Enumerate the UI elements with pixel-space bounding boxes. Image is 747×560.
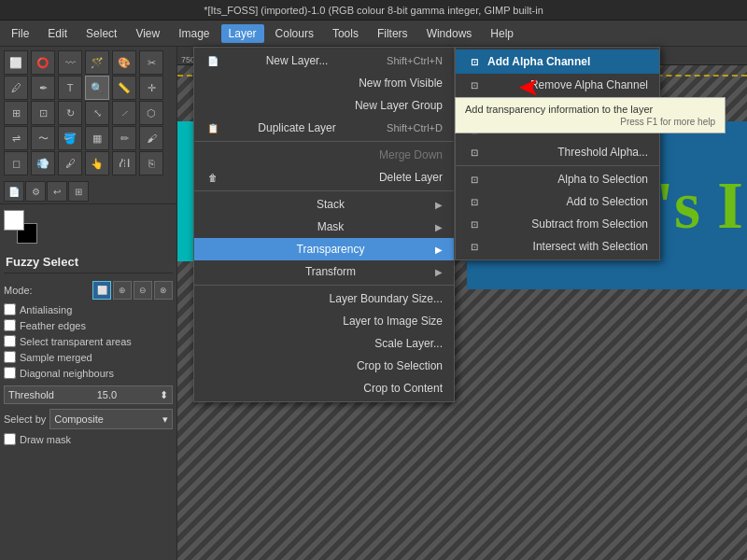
menu-image[interactable]: Image bbox=[171, 24, 217, 43]
alpha-to-selection[interactable]: ⊡ Alpha to Selection bbox=[456, 168, 659, 190]
tool-scale[interactable]: ⤡ bbox=[85, 101, 109, 125]
tool-blend[interactable]: ▦ bbox=[85, 126, 109, 150]
add-to-selection[interactable]: ⊡ Add to Selection bbox=[456, 190, 659, 213]
tool-paintbrush[interactable]: 🖌 bbox=[139, 126, 163, 150]
threshold-alpha[interactable]: ⊡ Threshold Alpha... bbox=[456, 141, 659, 163]
layer-mask[interactable]: Mask ▶ bbox=[194, 216, 454, 238]
layer-crop-selection[interactable]: Crop to Selection bbox=[194, 355, 454, 377]
select-by-value: Composite bbox=[54, 413, 104, 425]
extra-icon[interactable]: ⊞ bbox=[68, 181, 89, 202]
mode-add[interactable]: ⊕ bbox=[113, 281, 132, 300]
threshold-spinner-icon[interactable]: ⬍ bbox=[160, 389, 168, 401]
layer-transform-label: Transform bbox=[305, 265, 356, 278]
select-by-dropdown[interactable]: Composite ▾ bbox=[49, 409, 173, 429]
tool-zoom[interactable]: 🔍 bbox=[85, 76, 109, 100]
layer-to-image-size[interactable]: Layer to Image Size bbox=[194, 310, 454, 332]
layer-merge-down[interactable]: Merge Down bbox=[194, 144, 454, 166]
layer-transform-icon bbox=[205, 264, 220, 279]
menu-tools[interactable]: Tools bbox=[325, 24, 366, 43]
menu-windows[interactable]: Windows bbox=[419, 24, 480, 43]
diagonal-neighbours-checkbox[interactable] bbox=[4, 367, 16, 379]
layer-delete[interactable]: 🗑 Delete Layer bbox=[194, 166, 454, 189]
tool-flip[interactable]: ⇌ bbox=[4, 126, 28, 150]
menu-help[interactable]: Help bbox=[483, 24, 521, 43]
tool-color-select[interactable]: 🎨 bbox=[112, 50, 136, 75]
tool-text[interactable]: T bbox=[58, 76, 82, 100]
tool-ink[interactable]: 🖋 bbox=[58, 151, 82, 175]
layer-delete-icon: 🗑 bbox=[205, 170, 220, 185]
feather-edges-checkbox[interactable] bbox=[4, 319, 16, 331]
layer-new-from-visible[interactable]: New from Visible bbox=[194, 72, 454, 94]
tool-measure[interactable]: 📏 bbox=[112, 76, 136, 100]
threshold-input[interactable]: Threshold 15.0 ⬍ bbox=[4, 385, 173, 404]
layer-new-group[interactable]: New Layer Group bbox=[194, 94, 454, 117]
add-alpha-channel-entry[interactable]: ⊡ Add Alpha Channel bbox=[456, 49, 659, 74]
layer-boundary-size-label: Layer Boundary Size... bbox=[330, 292, 443, 305]
menu-filters[interactable]: Filters bbox=[370, 24, 416, 43]
tool-rect-select[interactable]: ⬜ bbox=[4, 50, 28, 75]
tool-crop[interactable]: ⊡ bbox=[31, 101, 55, 125]
layer-menu-section-1: 📄 New Layer... Shift+Ctrl+N New from Vis… bbox=[194, 48, 454, 142]
tool-heal[interactable]: ⛙ bbox=[112, 151, 136, 175]
tool-bucket[interactable]: 🪣 bbox=[58, 126, 82, 150]
tool-warp[interactable]: 〜 bbox=[31, 126, 55, 150]
layer-transparency[interactable]: Transparency ▶ bbox=[194, 238, 454, 260]
transparency-submenu-section-2: ⊡ Alpha to Selection ⊡ Add to Selection … bbox=[456, 166, 659, 259]
tool-scissors[interactable]: ✂ bbox=[139, 50, 163, 75]
layer-transform[interactable]: Transform ▶ bbox=[194, 260, 454, 283]
layer-boundary-size[interactable]: Layer Boundary Size... bbox=[194, 287, 454, 310]
remove-alpha-channel[interactable]: ⊡ Remove Alpha Channel bbox=[456, 74, 659, 96]
new-layer-icon[interactable]: 📄 bbox=[4, 181, 24, 202]
layer-scale[interactable]: Scale Layer... bbox=[194, 332, 454, 355]
undo-icon[interactable]: ↩ bbox=[47, 181, 67, 202]
threshold-row: Threshold 15.0 ⬍ bbox=[4, 381, 173, 407]
tool-options-panel: Fuzzy Select Mode: ⬜ ⊕ ⊖ ⊗ Antialiasing bbox=[0, 247, 176, 560]
mode-subtract[interactable]: ⊖ bbox=[134, 281, 152, 300]
intersect-with-selection[interactable]: ⊡ Intersect with Selection bbox=[456, 235, 659, 258]
fg-bg-colors[interactable] bbox=[4, 210, 37, 244]
add-alpha-label: Add Alpha Channel bbox=[487, 55, 590, 68]
tool-smudge[interactable]: 👆 bbox=[85, 151, 109, 175]
tool-airbrush[interactable]: 💨 bbox=[31, 151, 55, 175]
mode-intersect[interactable]: ⊗ bbox=[154, 281, 173, 300]
tool-paths[interactable]: ✒ bbox=[31, 76, 55, 100]
menu-file[interactable]: File bbox=[4, 24, 36, 43]
layer-duplicate[interactable]: 📋 Duplicate Layer Shift+Ctrl+D bbox=[194, 117, 454, 139]
mode-replace[interactable]: ⬜ bbox=[92, 281, 111, 300]
tool-ellipse-select[interactable]: ⭕ bbox=[31, 50, 55, 75]
tool-rotate[interactable]: ↻ bbox=[58, 101, 82, 125]
layer-new[interactable]: 📄 New Layer... Shift+Ctrl+N bbox=[194, 49, 454, 72]
layer-menu-section-2: Merge Down 🗑 Delete Layer bbox=[194, 142, 454, 191]
layer-mask-arrow: ▶ bbox=[435, 222, 443, 232]
menu-edit[interactable]: Edit bbox=[40, 24, 75, 43]
select-transparent-checkbox[interactable] bbox=[4, 335, 16, 347]
tool-perspective[interactable]: ⬡ bbox=[139, 101, 163, 125]
menu-layer[interactable]: Layer bbox=[221, 24, 264, 43]
mode-row: Mode: ⬜ ⊕ ⊖ ⊗ bbox=[4, 279, 173, 301]
subtract-from-sel-icon: ⊡ bbox=[467, 217, 482, 231]
subtract-from-selection[interactable]: ⊡ Subtract from Selection bbox=[456, 213, 659, 235]
layer-crop-content[interactable]: Crop to Content bbox=[194, 377, 454, 399]
antialiasing-checkbox[interactable] bbox=[4, 303, 16, 315]
tool-fuzzy-select[interactable]: 🪄 bbox=[85, 50, 109, 75]
layer-mask-label: Mask bbox=[317, 220, 345, 233]
layer-stack-label: Stack bbox=[317, 198, 345, 211]
tool-pencil[interactable]: ✏ bbox=[112, 126, 136, 150]
tool-move[interactable]: ✛ bbox=[139, 76, 163, 100]
layer-stack[interactable]: Stack ▶ bbox=[194, 193, 454, 216]
layer-new-group-icon bbox=[205, 98, 220, 113]
tool-shear[interactable]: ⟋ bbox=[112, 101, 136, 125]
menu-colours[interactable]: Colours bbox=[268, 24, 321, 43]
sample-merged-checkbox[interactable] bbox=[4, 351, 16, 363]
layer-transparency-arrow: ▶ bbox=[435, 245, 443, 255]
tool-eraser[interactable]: ◻ bbox=[4, 151, 28, 175]
options-icon[interactable]: ⚙ bbox=[25, 181, 46, 202]
layer-delete-label: Delete Layer bbox=[379, 171, 443, 184]
tool-free-select[interactable]: 〰 bbox=[58, 50, 82, 75]
tool-foreground-select[interactable]: 🖊 bbox=[4, 76, 28, 100]
draw-mask-checkbox[interactable] bbox=[4, 433, 16, 445]
menu-select[interactable]: Select bbox=[78, 24, 124, 43]
tool-clone[interactable]: ⎘ bbox=[139, 151, 163, 175]
menu-view[interactable]: View bbox=[128, 24, 167, 43]
tool-align[interactable]: ⊞ bbox=[4, 101, 28, 125]
